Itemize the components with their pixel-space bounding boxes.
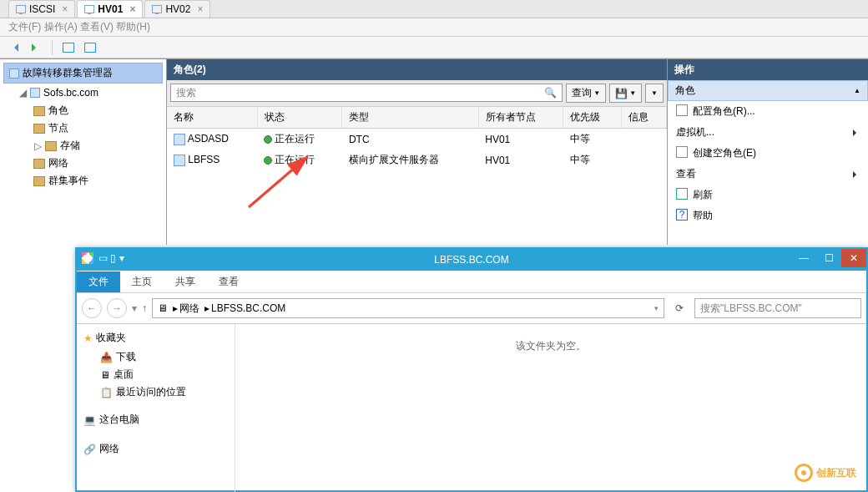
close-button[interactable]: ✕ <box>841 249 866 267</box>
nav-downloads[interactable]: 📥下载 <box>100 348 228 366</box>
center-title: 角色(2) <box>167 59 667 80</box>
desktop-icon: 🖥 <box>100 369 110 381</box>
windows-logo-icon <box>82 252 93 264</box>
tab-iscsi[interactable]: ISCSI× <box>8 0 75 18</box>
nav-desktop[interactable]: 🖥桌面 <box>100 366 228 383</box>
vm-icon <box>84 5 94 13</box>
explorer-window: ▭ ▯ ▾ LBFSS.BC.COM — ☐ ✕ 文件 主页 共享 查看 ← →… <box>75 247 868 492</box>
status-running-icon <box>264 135 272 144</box>
ribbon-share[interactable]: 共享 <box>164 271 207 292</box>
chevron-right-icon <box>853 129 860 136</box>
maximize-button[interactable]: ☐ <box>816 249 841 267</box>
status-running-icon <box>264 156 272 165</box>
minimize-button[interactable]: — <box>791 249 816 267</box>
nav-back-button[interactable] <box>5 39 23 56</box>
nodes-icon <box>33 124 45 134</box>
nav-forward-button[interactable] <box>27 39 45 56</box>
cluster-icon <box>30 88 40 98</box>
window-title: LBFSS.BC.COM <box>434 254 508 266</box>
close-icon[interactable]: × <box>129 3 135 15</box>
this-pc-group[interactable]: 💻这台电脑 <box>83 413 228 427</box>
nav-tree: 故障转移群集管理器 ◢Sofs.bc.com 角色 节点 ▷存储 网络 群集事件 <box>0 59 167 245</box>
recent-icon: 📋 <box>100 387 113 398</box>
tree-item-nodes[interactable]: 节点 <box>33 119 163 137</box>
expander-icon[interactable]: ◢ <box>18 87 27 99</box>
nav-bar: ← → ▾ ↑ 🖥 ▸网络 ▸LBFSS.BC.COM ▾ ⟳ 搜索"LBFSS… <box>77 293 866 324</box>
action-vm[interactable]: 虚拟机... <box>668 122 868 143</box>
storage-icon <box>45 141 57 151</box>
empty-folder-text: 该文件夹为空。 <box>516 339 586 353</box>
vm-icon <box>16 5 26 13</box>
search-box[interactable]: 搜索"LBFSS.BC.COM" <box>694 298 861 318</box>
vm-icon <box>152 5 162 13</box>
close-icon[interactable]: × <box>197 3 203 15</box>
tab-hv01[interactable]: HV01× <box>77 0 143 18</box>
actions-subtitle[interactable]: 角色▲ <box>668 80 868 101</box>
col-owner[interactable]: 所有者节点 <box>478 107 563 129</box>
toolbar-box2[interactable] <box>81 39 99 56</box>
query-button[interactable]: 查询▼ <box>566 84 606 103</box>
action-create-empty-role[interactable]: 创建空角色(E) <box>668 143 868 164</box>
table-row[interactable]: ASDASD 正在运行 DTC HV01 中等 <box>167 129 667 150</box>
tree-cluster-node[interactable]: ◢Sofs.bc.com <box>18 85 163 100</box>
up-button[interactable]: ↑ <box>142 302 147 314</box>
list-button[interactable]: ▼ <box>645 84 664 103</box>
action-refresh[interactable]: 刷新 <box>668 185 868 205</box>
star-icon: ★ <box>83 332 93 344</box>
search-icon: 🔍 <box>544 87 557 99</box>
ribbon: 文件 主页 共享 查看 <box>77 271 866 292</box>
menu-bar[interactable]: 文件(F) 操作(A) 查看(V) 帮助(H) <box>0 18 868 37</box>
expander-icon[interactable]: ▷ <box>33 140 42 152</box>
folder-content[interactable]: 该文件夹为空。 <box>235 324 866 492</box>
address-bar[interactable]: 🖥 ▸网络 ▸LBFSS.BC.COM ▾ <box>152 298 664 318</box>
ribbon-view[interactable]: 查看 <box>207 271 250 292</box>
nav-recent[interactable]: 📋最近访问的位置 <box>100 383 228 401</box>
watermark: 创新互联 <box>795 464 856 482</box>
role-icon <box>174 155 185 166</box>
action-view[interactable]: 查看 <box>668 164 868 185</box>
watermark-icon <box>795 464 813 482</box>
tab-hv02[interactable]: HV02× <box>144 0 210 18</box>
toolbar-box1[interactable] <box>59 39 78 56</box>
col-priority[interactable]: 优先级 <box>563 107 622 129</box>
ribbon-home[interactable]: 主页 <box>120 271 164 292</box>
center-panel: 角色(2) 搜索🔍 查询▼ 💾▼ ▼ 名称 状态 类型 所有者节点 优先级 信息… <box>167 59 668 245</box>
network-group[interactable]: 🔗网络 <box>83 442 228 456</box>
network-icon <box>33 159 45 169</box>
tree-root[interactable]: 故障转移群集管理器 <box>3 63 163 84</box>
tree-item-storage[interactable]: ▷存储 <box>33 137 163 155</box>
tree-item-roles[interactable]: 角色 <box>33 102 163 119</box>
arrow-right-icon <box>32 43 40 52</box>
refresh-button[interactable]: ⟳ <box>669 298 689 318</box>
explorer-nav-tree: ★收藏夹 📥下载 🖥桌面 📋最近访问的位置 💻这台电脑 🔗网络 <box>77 324 235 492</box>
cluster-manager-icon <box>9 68 19 79</box>
computer-icon: 💻 <box>83 414 96 426</box>
favorites-group[interactable]: ★收藏夹 <box>83 331 228 345</box>
back-button[interactable]: ← <box>82 298 102 318</box>
col-info[interactable]: 信息 <box>621 107 666 129</box>
col-status[interactable]: 状态 <box>257 107 342 129</box>
network-icon: 🖥 <box>158 302 168 314</box>
network-icon: 🔗 <box>83 444 96 455</box>
roles-icon <box>33 106 45 116</box>
table-row[interactable]: LBFSS 正在运行 横向扩展文件服务器 HV01 中等 <box>167 150 667 170</box>
forward-button[interactable]: → <box>107 298 127 318</box>
tree-item-network[interactable]: 网络 <box>33 155 163 172</box>
downloads-icon: 📥 <box>100 352 113 363</box>
col-type[interactable]: 类型 <box>342 107 478 129</box>
save-button[interactable]: 💾▼ <box>609 84 642 103</box>
ribbon-file[interactable]: 文件 <box>77 271 120 292</box>
chevron-right-icon <box>853 171 860 178</box>
arrow-left-icon <box>10 43 18 52</box>
close-icon[interactable]: × <box>62 3 68 15</box>
empty-role-icon <box>676 146 688 158</box>
col-name[interactable]: 名称 <box>167 107 257 129</box>
tree-item-events[interactable]: 群集事件 <box>33 172 163 190</box>
action-help[interactable]: ?帮助 <box>668 205 868 226</box>
roles-table: 名称 状态 类型 所有者节点 优先级 信息 ASDASD 正在运行 DTC HV… <box>167 107 667 170</box>
search-input[interactable]: 搜索🔍 <box>170 84 563 102</box>
window-title-bar[interactable]: ▭ ▯ ▾ LBFSS.BC.COM — ☐ ✕ <box>77 249 866 271</box>
role-icon <box>174 134 185 145</box>
action-configure-role[interactable]: 配置角色(R)... <box>668 101 868 122</box>
configure-role-icon <box>676 104 688 116</box>
